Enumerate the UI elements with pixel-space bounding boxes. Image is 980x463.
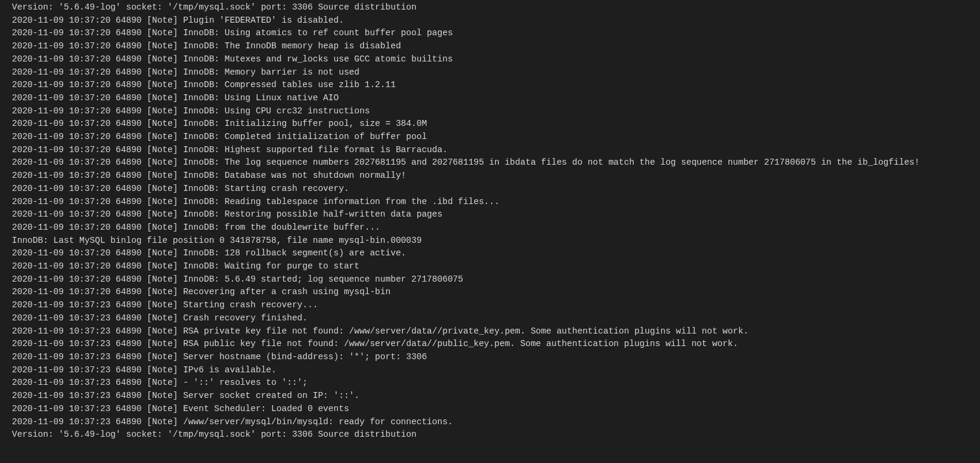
log-line: 2020-11-09 10:37:20 64890 [Note] InnoDB:… [12,260,968,273]
log-line: 2020-11-09 10:37:23 64890 [Note] /www/se… [12,416,968,429]
log-line: 2020-11-09 10:37:20 64890 [Note] InnoDB:… [12,221,968,234]
log-line: 2020-11-09 10:37:23 64890 [Note] Event S… [12,403,968,416]
log-line: Version: '5.6.49-log' socket: '/tmp/mysq… [12,1,968,14]
log-line: 2020-11-09 10:37:20 64890 [Note] Plugin … [12,14,968,27]
log-line: 2020-11-09 10:37:20 64890 [Note] InnoDB:… [12,66,968,79]
log-line: Version: '5.6.49-log' socket: '/tmp/mysq… [12,428,968,442]
log-line: InnoDB: Last MySQL binlog file position … [12,234,968,248]
log-line: 2020-11-09 10:37:23 64890 [Note] Server … [12,351,968,364]
log-line: 2020-11-09 10:37:20 64890 [Note] InnoDB:… [12,183,968,196]
log-line: 2020-11-09 10:37:20 64890 [Note] InnoDB:… [12,247,968,260]
log-line: 2020-11-09 10:37:20 64890 [Note] Recover… [12,286,968,299]
terminal-log-output: Version: '5.6.49-log' socket: '/tmp/mysq… [12,1,968,442]
log-line: 2020-11-09 10:37:20 64890 [Note] InnoDB:… [12,144,968,157]
log-line: 2020-11-09 10:37:20 64890 [Note] InnoDB:… [12,40,968,53]
log-line: 2020-11-09 10:37:23 64890 [Note] Server … [12,390,968,403]
log-line: 2020-11-09 10:37:23 64890 [Note] RSA pub… [12,338,968,351]
log-line: 2020-11-09 10:37:20 64890 [Note] InnoDB:… [12,53,968,66]
log-line: 2020-11-09 10:37:20 64890 [Note] InnoDB:… [12,27,968,40]
log-line: 2020-11-09 10:37:20 64890 [Note] InnoDB:… [12,156,968,169]
log-line: 2020-11-09 10:37:20 64890 [Note] InnoDB:… [12,92,968,105]
log-line: 2020-11-09 10:37:20 64890 [Note] InnoDB:… [12,79,968,92]
log-line: 2020-11-09 10:37:20 64890 [Note] InnoDB:… [12,196,968,209]
log-line: 2020-11-09 10:37:23 64890 [Note] RSA pri… [12,325,968,338]
log-line: 2020-11-09 10:37:23 64890 [Note] IPv6 is… [12,364,968,377]
log-line: 2020-11-09 10:37:23 64890 [Note] Crash r… [12,312,968,325]
log-line: 2020-11-09 10:37:20 64890 [Note] InnoDB:… [12,208,968,221]
log-line: 2020-11-09 10:37:20 64890 [Note] InnoDB:… [12,118,968,131]
log-line: 2020-11-09 10:37:20 64890 [Note] InnoDB:… [12,105,968,118]
log-line: 2020-11-09 10:37:20 64890 [Note] InnoDB:… [12,273,968,286]
log-line: 2020-11-09 10:37:20 64890 [Note] InnoDB:… [12,131,968,144]
log-line: 2020-11-09 10:37:23 64890 [Note] - '::' … [12,376,968,390]
log-line: 2020-11-09 10:37:20 64890 [Note] InnoDB:… [12,169,968,183]
log-line: 2020-11-09 10:37:23 64890 [Note] Startin… [12,299,968,312]
